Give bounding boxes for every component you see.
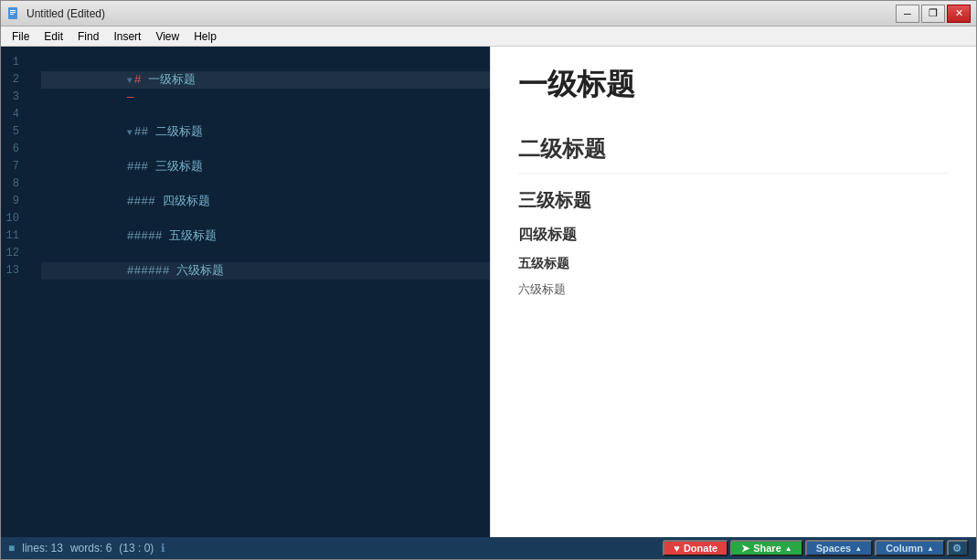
menu-item-find[interactable]: Find — [70, 28, 106, 45]
share-icon: ➤ — [741, 543, 749, 555]
editor-pane[interactable]: 1 2 3 4 5 6 7 8 9 10 11 12 13 ▼# 一级标题 — [1, 47, 490, 537]
preview-h3: 三级标题 — [518, 188, 949, 213]
line-num-11: 11 — [1, 227, 27, 245]
line-num-8: 8 — [1, 175, 27, 193]
main-area: 1 2 3 4 5 6 7 8 9 10 11 12 13 ▼# 一级标题 — [1, 47, 976, 537]
app-icon — [6, 6, 21, 21]
window-controls: ─ ❐ ✕ — [896, 5, 971, 23]
status-right: ♥ Donate ➤ Share ▲ Spaces ▲ Column ▲ ⚙ — [663, 540, 969, 556]
h6-text: 六级标题 — [176, 264, 224, 278]
preview-pane: 一级标题 二级标题 三级标题 四级标题 五级标题 六级标题 — [490, 47, 976, 537]
menu-item-view[interactable]: View — [148, 28, 186, 45]
menu-bar: FileEditFindInsertViewHelp — [1, 26, 976, 47]
column-label: Column — [886, 543, 923, 554]
info-icon: ℹ — [161, 542, 165, 555]
donate-label: Donate — [684, 543, 717, 554]
svg-rect-2 — [10, 12, 16, 13]
donate-icon: ♥ — [674, 543, 680, 554]
line-num-10: 10 — [1, 210, 27, 227]
preview-h6: 六级标题 — [518, 281, 949, 298]
settings-button[interactable]: ⚙ — [947, 540, 969, 556]
spaces-button[interactable]: Spaces ▲ — [805, 540, 873, 556]
main-window: Untitled (Edited) ─ ❐ ✕ FileEditFindInse… — [0, 0, 977, 560]
spaces-label: Spaces — [816, 543, 852, 554]
share-button[interactable]: ➤ Share ▲ — [730, 540, 803, 556]
preview-h5: 五级标题 — [518, 256, 949, 272]
line-num-12: 12 — [1, 245, 27, 262]
line-numbers: 1 2 3 4 5 6 7 8 9 10 11 12 13 — [1, 47, 34, 537]
status-bar: ■ lines: 13 words: 6 (13 : 0) ℹ ♥ Donate… — [1, 537, 976, 559]
share-label: Share — [753, 543, 781, 554]
line-num-5: 5 — [1, 123, 27, 141]
column-chevron-icon: ▲ — [927, 544, 934, 553]
line-num-13: 13 — [1, 262, 27, 280]
restore-button[interactable]: ❐ — [921, 5, 945, 23]
minimize-button[interactable]: ─ — [896, 5, 919, 23]
h3-marker: ### — [127, 160, 155, 174]
title-bar: Untitled (Edited) ─ ❐ ✕ — [1, 1, 976, 26]
h1-marker: # — [134, 73, 149, 87]
h6-marker: ###### — [127, 264, 177, 278]
menu-item-insert[interactable]: Insert — [106, 28, 148, 45]
editor-line-1: ▼# 一级标题 — [41, 54, 490, 71]
svg-rect-1 — [10, 10, 16, 11]
h2-marker: ## — [134, 125, 155, 139]
h1-text: 一级标题 — [148, 73, 196, 87]
cursor-dash: — — [127, 90, 134, 104]
spaces-chevron-icon: ▲ — [855, 544, 862, 553]
line-num-1: 1 — [1, 54, 27, 71]
lines-count: lines: 13 — [22, 542, 63, 555]
cursor-position: (13 : 0) — [119, 542, 154, 555]
h2-text: 二级标题 — [155, 125, 203, 139]
preview-h2: 二级标题 — [518, 134, 949, 174]
column-button[interactable]: Column ▲ — [875, 540, 945, 556]
preview-h4: 四级标题 — [518, 226, 949, 245]
status-left: ■ lines: 13 words: 6 (13 : 0) ℹ — [8, 542, 663, 555]
h5-text: 五级标题 — [169, 229, 217, 243]
editor-content: 1 2 3 4 5 6 7 8 9 10 11 12 13 ▼# 一级标题 — [1, 47, 490, 537]
line-num-2: 2 — [1, 71, 27, 89]
line-num-7: 7 — [1, 158, 27, 175]
share-chevron-icon: ▲ — [785, 544, 792, 553]
settings-icon: ⚙ — [952, 543, 961, 555]
line-num-4: 4 — [1, 106, 27, 123]
line-num-6: 6 — [1, 141, 27, 158]
preview-h1: 一级标题 — [518, 65, 949, 116]
editor-lines[interactable]: ▼# 一级标题 — ▼## 二级标题 ### 三级标题 — [34, 47, 490, 537]
h4-text: 四级标题 — [163, 195, 210, 208]
words-count: words: 6 — [70, 542, 112, 555]
fold-arrow-4[interactable]: ▼ — [127, 128, 133, 138]
svg-rect-0 — [8, 7, 17, 19]
menu-item-file[interactable]: File — [5, 28, 37, 45]
close-button[interactable]: ✕ — [947, 5, 971, 23]
menu-item-edit[interactable]: Edit — [37, 28, 70, 45]
file-indicator-icon: ■ — [8, 542, 15, 555]
window-title: Untitled (Edited) — [27, 7, 896, 20]
line-num-3: 3 — [1, 89, 27, 106]
h5-marker: ##### — [127, 229, 170, 243]
donate-button[interactable]: ♥ Donate — [663, 540, 728, 556]
h4-marker: #### — [127, 195, 163, 208]
menu-item-help[interactable]: Help — [186, 28, 224, 45]
h3-text: 三级标题 — [155, 160, 203, 174]
svg-rect-3 — [10, 14, 14, 15]
fold-arrow-1[interactable]: ▼ — [127, 76, 133, 86]
line-num-9: 9 — [1, 193, 27, 210]
